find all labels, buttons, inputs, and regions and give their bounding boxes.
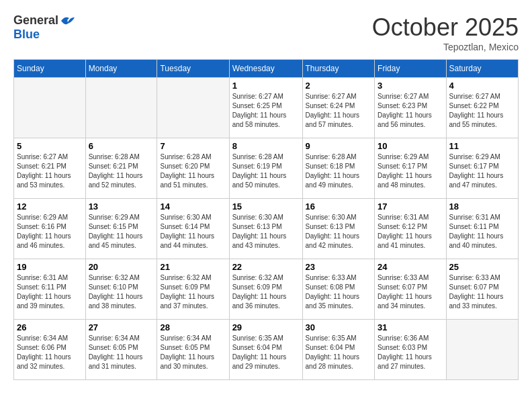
calendar-day-cell: 31Sunrise: 6:36 AMSunset: 6:03 PMDayligh… [375,320,446,380]
calendar-day-cell: 4Sunrise: 6:27 AMSunset: 6:22 PMDaylight… [446,78,518,138]
day-info: Sunrise: 6:35 AMSunset: 6:04 PMDaylight:… [306,334,372,371]
day-number: 12 [17,201,83,212]
day-number: 10 [378,141,443,151]
day-info: Sunrise: 6:28 AMSunset: 6:20 PMDaylight:… [160,152,226,190]
day-info: Sunrise: 6:27 AMSunset: 6:24 PMDaylight:… [306,92,372,130]
day-number: 14 [160,201,226,212]
calendar-table: SundayMondayTuesdayWednesdayThursdayFrid… [13,59,519,380]
day-number: 30 [306,322,372,332]
day-info: Sunrise: 6:32 AMSunset: 6:10 PMDaylight:… [89,273,154,311]
day-info: Sunrise: 6:33 AMSunset: 6:08 PMDaylight:… [306,273,372,311]
calendar-day-cell [85,78,157,138]
day-number: 19 [17,262,83,272]
calendar-header-sunday: Sunday [14,60,86,78]
calendar-day-cell: 19Sunrise: 6:31 AMSunset: 6:11 PMDayligh… [14,259,86,320]
calendar-day-cell [446,320,518,380]
title-block: October 2025 Tepoztlan, Mexico [372,13,519,52]
day-info: Sunrise: 6:32 AMSunset: 6:09 PMDaylight:… [160,273,226,311]
day-number: 1 [232,81,300,91]
calendar-day-cell: 2Sunrise: 6:27 AMSunset: 6:24 PMDaylight… [302,78,375,138]
day-info: Sunrise: 6:34 AMSunset: 6:06 PMDaylight:… [17,334,83,371]
month-title: October 2025 [372,13,519,42]
calendar-day-cell: 8Sunrise: 6:28 AMSunset: 6:19 PMDaylight… [229,138,302,199]
day-info: Sunrise: 6:30 AMSunset: 6:13 PMDaylight:… [232,213,300,250]
day-info: Sunrise: 6:34 AMSunset: 6:05 PMDaylight:… [89,334,154,371]
day-info: Sunrise: 6:30 AMSunset: 6:13 PMDaylight:… [306,213,372,250]
calendar-header-friday: Friday [375,60,446,78]
logo-bird-icon [60,14,76,28]
day-number: 29 [232,322,300,332]
day-number: 17 [378,201,443,212]
calendar-day-cell: 24Sunrise: 6:33 AMSunset: 6:07 PMDayligh… [375,259,446,320]
calendar-day-cell: 20Sunrise: 6:32 AMSunset: 6:10 PMDayligh… [85,259,157,320]
day-info: Sunrise: 6:29 AMSunset: 6:16 PMDaylight:… [17,213,83,250]
calendar-day-cell: 14Sunrise: 6:30 AMSunset: 6:14 PMDayligh… [157,199,229,259]
calendar-day-cell: 1Sunrise: 6:27 AMSunset: 6:25 PMDaylight… [229,78,302,138]
day-number: 13 [89,201,154,212]
calendar-day-cell: 25Sunrise: 6:33 AMSunset: 6:07 PMDayligh… [446,259,518,320]
calendar-day-cell: 26Sunrise: 6:34 AMSunset: 6:06 PMDayligh… [14,320,86,380]
calendar-day-cell: 29Sunrise: 6:35 AMSunset: 6:04 PMDayligh… [229,320,302,380]
calendar-day-cell: 12Sunrise: 6:29 AMSunset: 6:16 PMDayligh… [14,199,86,259]
day-info: Sunrise: 6:30 AMSunset: 6:14 PMDaylight:… [160,213,226,250]
calendar-day-cell: 13Sunrise: 6:29 AMSunset: 6:15 PMDayligh… [85,199,157,259]
day-info: Sunrise: 6:31 AMSunset: 6:11 PMDaylight:… [17,273,83,311]
calendar-day-cell: 22Sunrise: 6:32 AMSunset: 6:09 PMDayligh… [229,259,302,320]
day-number: 16 [306,201,372,212]
day-number: 15 [232,201,300,212]
calendar-week-row: 12Sunrise: 6:29 AMSunset: 6:16 PMDayligh… [14,199,519,259]
day-info: Sunrise: 6:27 AMSunset: 6:22 PMDaylight:… [449,92,515,130]
calendar-week-row: 1Sunrise: 6:27 AMSunset: 6:25 PMDaylight… [14,78,519,138]
day-info: Sunrise: 6:35 AMSunset: 6:04 PMDaylight:… [232,334,300,371]
location-subtitle: Tepoztlan, Mexico [372,42,519,52]
day-number: 22 [232,262,300,272]
day-number: 2 [306,81,372,91]
day-number: 6 [89,141,154,151]
day-number: 20 [89,262,154,272]
day-info: Sunrise: 6:28 AMSunset: 6:19 PMDaylight:… [232,152,300,190]
day-info: Sunrise: 6:27 AMSunset: 6:25 PMDaylight:… [232,92,300,130]
day-number: 25 [449,262,515,272]
day-number: 31 [378,322,443,332]
day-info: Sunrise: 6:29 AMSunset: 6:17 PMDaylight:… [378,152,443,190]
day-number: 3 [378,81,443,91]
calendar-day-cell: 3Sunrise: 6:27 AMSunset: 6:23 PMDaylight… [375,78,446,138]
calendar-day-cell: 15Sunrise: 6:30 AMSunset: 6:13 PMDayligh… [229,199,302,259]
day-number: 26 [17,322,83,332]
calendar-day-cell: 18Sunrise: 6:31 AMSunset: 6:11 PMDayligh… [446,199,518,259]
day-info: Sunrise: 6:29 AMSunset: 6:15 PMDaylight:… [89,213,154,250]
day-number: 11 [449,141,515,151]
calendar-day-cell: 27Sunrise: 6:34 AMSunset: 6:05 PMDayligh… [85,320,157,380]
calendar-header-tuesday: Tuesday [157,60,229,78]
calendar-header-wednesday: Wednesday [229,60,302,78]
day-number: 5 [17,141,83,151]
calendar-day-cell: 10Sunrise: 6:29 AMSunset: 6:17 PMDayligh… [375,138,446,199]
calendar-header-monday: Monday [85,60,157,78]
calendar-week-row: 19Sunrise: 6:31 AMSunset: 6:11 PMDayligh… [14,259,519,320]
calendar-day-cell [14,78,86,138]
day-info: Sunrise: 6:28 AMSunset: 6:18 PMDaylight:… [306,152,372,190]
calendar-day-cell: 16Sunrise: 6:30 AMSunset: 6:13 PMDayligh… [302,199,375,259]
calendar-header-thursday: Thursday [302,60,375,78]
page-header: General Blue October 2025 Tepoztlan, Mex… [13,13,519,52]
calendar-week-row: 26Sunrise: 6:34 AMSunset: 6:06 PMDayligh… [14,320,519,380]
calendar-day-cell: 11Sunrise: 6:29 AMSunset: 6:17 PMDayligh… [446,138,518,199]
day-number: 27 [89,322,154,332]
logo-blue-text: Blue [13,28,40,42]
calendar-day-cell: 7Sunrise: 6:28 AMSunset: 6:20 PMDaylight… [157,138,229,199]
logo-general-text: General [13,13,58,28]
calendar-day-cell: 21Sunrise: 6:32 AMSunset: 6:09 PMDayligh… [157,259,229,320]
calendar-day-cell: 6Sunrise: 6:28 AMSunset: 6:21 PMDaylight… [85,138,157,199]
day-info: Sunrise: 6:27 AMSunset: 6:21 PMDaylight:… [17,152,83,190]
day-number: 9 [306,141,372,151]
calendar-day-cell: 9Sunrise: 6:28 AMSunset: 6:18 PMDaylight… [302,138,375,199]
day-info: Sunrise: 6:31 AMSunset: 6:11 PMDaylight:… [449,213,515,250]
day-info: Sunrise: 6:33 AMSunset: 6:07 PMDaylight:… [449,273,515,311]
day-info: Sunrise: 6:29 AMSunset: 6:17 PMDaylight:… [449,152,515,190]
calendar-day-cell: 30Sunrise: 6:35 AMSunset: 6:04 PMDayligh… [302,320,375,380]
calendar-week-row: 5Sunrise: 6:27 AMSunset: 6:21 PMDaylight… [14,138,519,199]
calendar-day-cell [157,78,229,138]
day-number: 24 [378,262,443,272]
calendar-day-cell: 5Sunrise: 6:27 AMSunset: 6:21 PMDaylight… [14,138,86,199]
day-number: 21 [160,262,226,272]
